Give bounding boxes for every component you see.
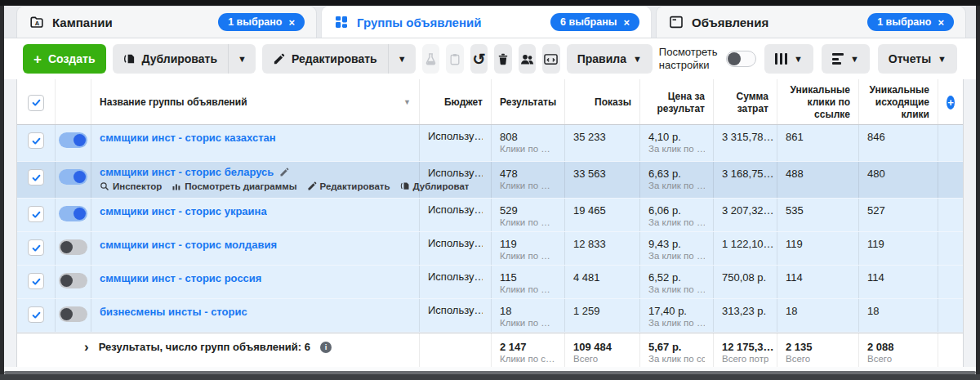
row-checkbox[interactable] <box>28 169 44 186</box>
ad-set-name-link[interactable]: сммщики инст - сторис россия <box>100 272 261 284</box>
col-header-budget[interactable]: Бюджет <box>444 96 483 109</box>
row-status-toggle[interactable] <box>59 132 87 148</box>
tab-campaigns[interactable]: A Кампании 1 выбрано × <box>16 6 317 38</box>
add-column-icon[interactable]: + <box>947 96 955 110</box>
ad-set-name-link[interactable]: сммщики инст - сторис беларусь <box>100 166 274 178</box>
ad-set-name-link[interactable]: сммщики инст - сторис молдавия <box>100 239 277 251</box>
table-row[interactable]: бизнесмены инсты - сторис Использу… 18Кл… <box>17 299 963 333</box>
chevron-down-icon: ▼ <box>398 55 407 64</box>
select-all-checkbox[interactable] <box>28 95 44 111</box>
cost-subtext: За клик по … <box>648 318 705 328</box>
columns-icon <box>775 53 788 65</box>
badge-close-icon[interactable]: × <box>623 17 630 28</box>
ad-set-name-link[interactable]: бизнесмены инсты - сторис <box>100 306 247 318</box>
table-row[interactable]: сммщики инст - сторис казахстан Использу… <box>17 125 963 162</box>
delete-button[interactable] <box>494 44 511 74</box>
col-header-impressions[interactable]: Показы <box>595 96 631 109</box>
cost-per-result-value: 6,52 р. <box>648 271 681 284</box>
table-row[interactable]: сммщики инст - сторис украина Использу… … <box>17 199 963 232</box>
undo-button[interactable]: ↺ <box>470 44 488 74</box>
pencil-icon <box>273 53 285 65</box>
create-button[interactable]: + Создать <box>23 44 106 74</box>
ad-sets-grid-icon <box>333 14 350 30</box>
col-header-unique-outbound-clicks[interactable]: Уникальные исходящие клики <box>867 84 929 121</box>
duplicate-button-group: Дублировать ▼ <box>113 44 256 74</box>
col-header-cost-per-result[interactable]: Цена за результат <box>648 91 705 115</box>
level-tabs: A Кампании 1 выбрано × Группы объявлений… <box>4 6 976 38</box>
window-top-edge <box>0 0 980 6</box>
table-row[interactable]: сммщики инст - сторис россия Использу… 1… <box>17 266 963 299</box>
window-left-edge <box>0 0 4 380</box>
row-status-toggle[interactable] <box>59 306 87 322</box>
duplicate-caret-button[interactable]: ▼ <box>228 44 256 74</box>
impressions-value: 4 481 <box>573 271 600 284</box>
expand-results-icon[interactable]: › <box>84 342 89 353</box>
tab-ads[interactable]: Объявления 1 выбрано × <box>656 6 966 38</box>
col-header-name[interactable]: Название группы объявлений <box>100 96 247 109</box>
view-charts-label: Посмотреть диаграммы <box>185 181 296 191</box>
info-icon[interactable]: i <box>320 342 332 353</box>
ads-selected-badge[interactable]: 1 выбрано × <box>867 13 954 31</box>
header-sort-caret-icon[interactable]: ▼ <box>403 99 411 106</box>
tab-ad-sets[interactable]: Группы объявлений 6 выбраны × <box>321 6 652 38</box>
badge-text: 1 выбрано <box>228 16 282 28</box>
rename-pencil-icon[interactable] <box>279 168 289 177</box>
breakdown-button[interactable]: ▼ <box>822 44 870 74</box>
row-status-toggle[interactable] <box>59 273 87 288</box>
unique-link-clicks-total: 2 135 <box>786 341 813 353</box>
table-row[interactable]: сммщики инст - сторис беларусь Инспектор… <box>17 162 963 199</box>
col-header-amount-spent[interactable]: Сумма затрат <box>722 91 768 115</box>
table-row[interactable]: сммщики инст - сторис молдавия Использу…… <box>17 232 963 266</box>
edit-action[interactable]: Редактировать <box>307 181 390 191</box>
toggle-knob <box>60 308 73 320</box>
row-status-toggle[interactable] <box>59 239 87 255</box>
horizontal-scrollbar[interactable] <box>4 371 976 374</box>
unique-outbound-clicks-total: 2 088 <box>867 341 894 353</box>
cost-per-result-value: 9,43 р. <box>648 238 681 250</box>
view-settings-line2: настройки <box>659 59 718 72</box>
unique-link-clicks-value: 535 <box>786 204 804 217</box>
rules-button[interactable]: Правила ▼ <box>567 44 653 74</box>
row-checkbox[interactable] <box>28 132 44 149</box>
placements-button[interactable] <box>542 44 559 74</box>
tab-ads-label: Объявления <box>692 16 768 29</box>
edit-caret-button[interactable]: ▼ <box>388 44 416 74</box>
badge-close-icon[interactable]: × <box>938 17 944 28</box>
view-settings-toggle[interactable] <box>726 51 756 67</box>
row-checkbox[interactable] <box>28 306 44 323</box>
col-header-unique-link-clicks[interactable]: Уникальные клики по ссылке <box>786 84 850 121</box>
duplicate-button[interactable]: Дублировать <box>113 44 229 74</box>
campaigns-selected-badge[interactable]: 1 выбрано × <box>218 13 305 31</box>
ad-set-name-link[interactable]: сммщики инст - сторис казахстан <box>100 132 276 144</box>
amount-spent-value: 1 122,10… <box>722 238 774 250</box>
col-header-results[interactable]: Результаты <box>500 96 556 109</box>
toggle-knob <box>60 241 73 253</box>
ad-sets-selected-badge[interactable]: 6 выбраны × <box>550 13 639 31</box>
row-checkbox[interactable] <box>28 273 44 289</box>
row-status-toggle[interactable] <box>59 169 87 185</box>
people-icon <box>519 52 535 66</box>
toggle-knob <box>74 208 86 220</box>
unique-link-clicks-value: 119 <box>786 238 803 250</box>
duplicate-icon <box>400 181 410 191</box>
amount-spent-value: 3 207,32… <box>722 204 774 217</box>
audience-button[interactable] <box>519 44 536 74</box>
amount-spent-total: 12 175,3… <box>722 341 774 353</box>
magnifier-icon <box>100 181 109 191</box>
impressions-value: 19 465 <box>573 204 606 217</box>
row-status-toggle[interactable] <box>59 206 87 221</box>
inspector-action[interactable]: Инспектор <box>100 181 162 191</box>
results-value: 115 <box>500 271 517 284</box>
row-checkbox[interactable] <box>28 206 44 222</box>
edit-button[interactable]: Редактировать <box>262 44 388 74</box>
amount-spent-value: 750,08 р. <box>722 271 766 284</box>
reports-button[interactable]: Отчеты ▼ <box>878 44 957 74</box>
view-charts-action[interactable]: Посмотреть диаграммы <box>172 181 296 191</box>
ad-set-name-link[interactable]: сммщики инст - сторис украина <box>100 205 267 217</box>
row-checkbox[interactable] <box>28 239 44 256</box>
columns-button[interactable]: ▼ <box>764 44 813 74</box>
badge-close-icon[interactable]: × <box>288 17 295 28</box>
results-value: 529 <box>500 204 518 217</box>
toolbar: + Создать Дублировать ▼ Редактировать ▼ … <box>4 38 976 79</box>
unique-link-clicks-value: 861 <box>786 131 804 143</box>
